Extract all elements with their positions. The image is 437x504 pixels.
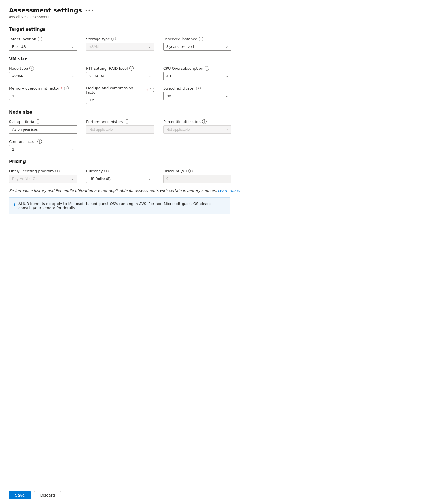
target-location-label: Target location i — [9, 37, 77, 41]
stretched-cluster-info-icon[interactable]: i — [196, 86, 201, 90]
reserved-instance-label: Reserved instance i — [163, 37, 231, 41]
sizing-criteria-info-icon[interactable]: i — [36, 119, 40, 124]
stretched-cluster-label: Stretched cluster i — [163, 86, 231, 90]
percentile-utilization-select: Not applicable — [163, 125, 231, 134]
ftt-setting-group: FTT setting, RAID level i 1, RAID-1 1, R… — [86, 66, 154, 80]
performance-history-group: Performance history i Not applicable — [86, 119, 154, 134]
cpu-oversubscription-info-icon[interactable]: i — [205, 66, 209, 71]
stretched-cluster-select[interactable]: No Yes — [163, 92, 231, 100]
memory-overcommit-required: * — [61, 86, 63, 90]
percentile-utilization-group: Percentile utilization i Not applicable — [163, 119, 231, 134]
discount-label: Discount (%) i — [163, 169, 231, 173]
stretched-cluster-group: Stretched cluster i No Yes — [163, 86, 231, 104]
reserved-instance-info-icon[interactable]: i — [199, 37, 203, 41]
storage-type-select: vSAN — [86, 43, 154, 51]
ahub-banner: ℹ AHUB benefits do apply to Microsoft ba… — [9, 197, 230, 214]
memory-overcommit-label: Memory overcommit factor * i — [9, 86, 77, 90]
reserved-instance-select[interactable]: None 1 year reserved 3 years reserved — [163, 43, 231, 51]
node-type-info-icon[interactable]: i — [29, 66, 34, 71]
currency-label: Currency i — [86, 169, 154, 173]
memory-overcommit-input[interactable]: 1 — [9, 92, 77, 100]
ftt-setting-label: FTT setting, RAID level i — [86, 66, 154, 71]
comfort-factor-label: Comfort factor i — [9, 139, 77, 144]
offer-licensing-select-wrapper: Pay-As-You-Go — [9, 175, 77, 183]
currency-select[interactable]: US Dollar ($) Euro (€) British Pound (£) — [86, 175, 154, 183]
page-subtitle: avs-all-vms-assessment — [9, 15, 246, 19]
discount-info-icon[interactable]: i — [188, 169, 193, 173]
ftt-setting-select-wrapper: 1, RAID-1 1, RAID-5 2, RAID-1 2, RAID-6 … — [86, 72, 154, 80]
offer-licensing-label: Offer/Licensing program i — [9, 169, 77, 173]
cpu-oversubscription-select-wrapper: 2:1 4:1 6:1 8:1 — [163, 72, 231, 80]
target-location-select[interactable]: East US West US West Europe East Asia — [9, 43, 77, 51]
stretched-cluster-select-wrapper: No Yes — [163, 92, 231, 100]
cpu-oversubscription-select[interactable]: 2:1 4:1 6:1 8:1 — [163, 72, 231, 80]
sizing-criteria-select-wrapper: As on-premises Performance-based — [9, 125, 77, 134]
offer-licensing-info-icon[interactable]: i — [55, 169, 60, 173]
performance-history-info-icon[interactable]: i — [125, 119, 129, 124]
more-options-icon[interactable]: ••• — [85, 7, 94, 13]
storage-type-select-wrapper: vSAN — [86, 43, 154, 51]
discard-button[interactable]: Discard — [34, 491, 61, 499]
percentile-utilization-label: Percentile utilization i — [163, 119, 231, 124]
dedupe-compression-label: Dedupe and compression factor * i — [86, 86, 154, 94]
dedupe-compression-input[interactable]: 1.5 — [86, 96, 154, 104]
target-location-group: Target location i East US West US West E… — [9, 37, 77, 51]
save-button[interactable]: Save — [9, 491, 31, 499]
cpu-oversubscription-group: CPU Oversubscription i 2:1 4:1 6:1 8:1 — [163, 66, 231, 80]
comfort-factor-info-icon[interactable]: i — [37, 139, 42, 144]
target-location-select-wrapper: East US West US West Europe East Asia — [9, 43, 77, 51]
offer-licensing-select: Pay-As-You-Go — [9, 175, 77, 183]
performance-history-label: Performance history i — [86, 119, 154, 124]
ftt-setting-select[interactable]: 1, RAID-1 1, RAID-5 2, RAID-1 2, RAID-6 … — [86, 72, 154, 80]
ftt-setting-info-icon[interactable]: i — [129, 66, 134, 71]
sizing-criteria-label: Sizing criteria i — [9, 119, 77, 124]
node-type-label: Node type i — [9, 66, 77, 71]
performance-history-select: Not applicable — [86, 125, 154, 134]
pricing-section-title: Pricing — [9, 159, 246, 164]
cpu-oversubscription-label: CPU Oversubscription i — [163, 66, 231, 71]
performance-note: Performance history and Percentile utili… — [9, 189, 246, 193]
target-settings-section-title: Target settings — [9, 27, 246, 32]
page-title: Assessment settings — [9, 7, 82, 14]
info-banner-icon: ℹ — [14, 202, 16, 207]
storage-type-info-icon[interactable]: i — [111, 37, 116, 41]
node-size-section-title: Node size — [9, 110, 246, 115]
sizing-criteria-select[interactable]: As on-premises Performance-based — [9, 125, 77, 134]
memory-overcommit-info-icon[interactable]: i — [64, 86, 69, 90]
comfort-factor-select[interactable]: 1 1.3 1.5 2 — [9, 145, 77, 153]
dedupe-compression-required: * — [147, 88, 149, 92]
percentile-utilization-select-wrapper: Not applicable — [163, 125, 231, 134]
storage-type-label: Storage type i — [86, 37, 154, 41]
target-location-info-icon[interactable]: i — [38, 37, 42, 41]
currency-select-wrapper: US Dollar ($) Euro (€) British Pound (£) — [86, 175, 154, 183]
reserved-instance-group: Reserved instance i None 1 year reserved… — [163, 37, 231, 51]
footer-bar: Save Discard — [0, 486, 437, 504]
discount-group: Discount (%) i 0 — [163, 169, 231, 183]
comfort-factor-select-wrapper: 1 1.3 1.5 2 — [9, 145, 77, 153]
reserved-instance-select-wrapper: None 1 year reserved 3 years reserved — [163, 43, 231, 51]
currency-group: Currency i US Dollar ($) Euro (€) Britis… — [86, 169, 154, 183]
sizing-criteria-group: Sizing criteria i As on-premises Perform… — [9, 119, 77, 134]
storage-type-group: Storage type i vSAN — [86, 37, 154, 51]
performance-history-select-wrapper: Not applicable — [86, 125, 154, 134]
memory-overcommit-group: Memory overcommit factor * i 1 — [9, 86, 77, 104]
discount-input[interactable]: 0 — [163, 175, 231, 183]
comfort-factor-group: Comfort factor i 1 1.3 1.5 2 — [9, 139, 77, 153]
ahub-banner-text: AHUB benefits do apply to Microsoft base… — [18, 202, 225, 210]
learn-more-link[interactable]: Learn more. — [218, 189, 240, 193]
dedupe-compression-group: Dedupe and compression factor * i 1.5 — [86, 86, 154, 104]
percentile-utilization-info-icon[interactable]: i — [202, 119, 207, 124]
currency-info-icon[interactable]: i — [104, 169, 109, 173]
node-type-select-wrapper: AV36 AV36P AV52 — [9, 72, 77, 80]
offer-licensing-group: Offer/Licensing program i Pay-As-You-Go — [9, 169, 77, 183]
vm-size-section-title: VM size — [9, 56, 246, 62]
dedupe-compression-info-icon[interactable]: i — [150, 88, 154, 92]
node-type-group: Node type i AV36 AV36P AV52 — [9, 66, 77, 80]
node-type-select[interactable]: AV36 AV36P AV52 — [9, 72, 77, 80]
